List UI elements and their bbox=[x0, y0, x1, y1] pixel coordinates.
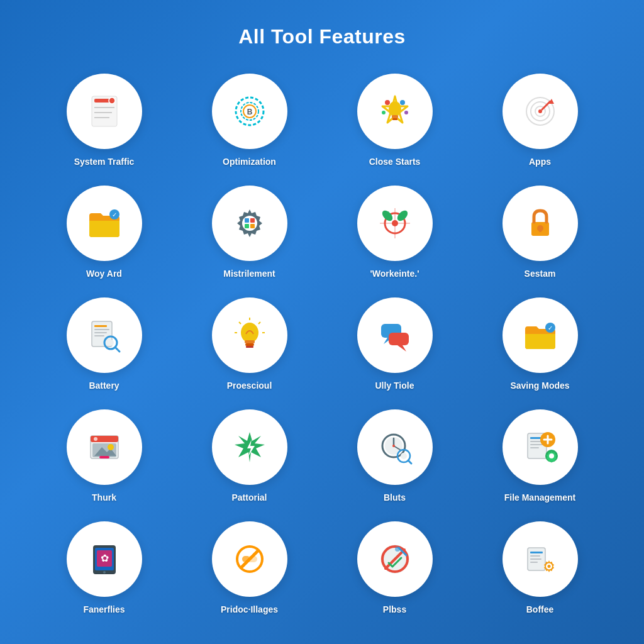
feature-ully-tiole[interactable]: Ully Tiole bbox=[328, 297, 461, 391]
svg-rect-1 bbox=[94, 99, 109, 103]
icon-circle-saving-modes: ✓ bbox=[502, 297, 578, 373]
feature-close-starts[interactable]: Close Starts bbox=[328, 74, 461, 167]
svg-line-47 bbox=[115, 347, 119, 352]
ully-tiole-icon bbox=[375, 315, 415, 355]
svg-point-93 bbox=[103, 571, 106, 574]
icon-circle-proescioul bbox=[212, 297, 287, 373]
battery-icon bbox=[84, 315, 125, 355]
workeinte-icon bbox=[375, 203, 415, 243]
svg-rect-45 bbox=[94, 335, 104, 336]
svg-point-69 bbox=[108, 444, 114, 450]
svg-point-2 bbox=[109, 97, 115, 104]
feature-label-pattorial: Pattorial bbox=[231, 492, 267, 502]
feature-battery[interactable]: Battery bbox=[38, 297, 170, 391]
pridoc-illages-icon bbox=[230, 539, 270, 579]
feature-fanerflies[interactable]: ✿ Fanerflies bbox=[38, 521, 170, 614]
feature-label-battery: Battery bbox=[89, 380, 119, 391]
icon-circle-apps bbox=[502, 74, 578, 149]
feature-proescioul[interactable]: Proescioul bbox=[183, 297, 316, 391]
feature-saving-modes[interactable]: ✓ Saving Modes bbox=[474, 297, 606, 391]
feature-pridoc-illages[interactable]: Pridoc·Illages bbox=[183, 521, 316, 614]
pattorial-icon bbox=[230, 427, 270, 467]
feature-workeinte[interactable]: 'Workeinte.' bbox=[328, 186, 461, 279]
svg-rect-85 bbox=[530, 447, 539, 448]
svg-point-16 bbox=[400, 100, 405, 105]
feature-thurk[interactable]: Thurk bbox=[38, 409, 170, 502]
feature-label-mistrilement: Mistrilement bbox=[223, 269, 275, 279]
svg-rect-44 bbox=[94, 332, 107, 333]
icon-circle-sestam bbox=[502, 186, 578, 261]
svg-point-18 bbox=[404, 111, 408, 114]
feature-system-traffic[interactable]: System Traffic bbox=[38, 74, 170, 167]
feature-label-pridoc-illages: Pridoc·Illages bbox=[221, 604, 278, 614]
icon-circle-mistrilement bbox=[212, 186, 287, 261]
feature-label-close-starts: Close Starts bbox=[369, 157, 421, 167]
feature-boffee[interactable]: Boffee bbox=[474, 521, 606, 614]
icon-circle-way-ard: ✓ bbox=[67, 186, 142, 261]
svg-text:✿: ✿ bbox=[100, 553, 108, 564]
svg-point-66 bbox=[94, 437, 97, 441]
feature-label-thurk: Thurk bbox=[92, 492, 116, 502]
svg-rect-110 bbox=[530, 562, 538, 563]
feature-label-boffee: Boffee bbox=[526, 604, 554, 614]
icon-circle-pattorial bbox=[212, 409, 287, 485]
feature-pattorial[interactable]: Pattorial bbox=[183, 409, 316, 502]
svg-rect-107 bbox=[530, 552, 543, 553]
svg-rect-100 bbox=[242, 556, 250, 562]
feature-way-ard[interactable]: ✓ Woy Ard bbox=[38, 186, 170, 279]
svg-rect-60 bbox=[389, 333, 409, 345]
svg-point-17 bbox=[382, 111, 386, 114]
svg-point-48 bbox=[108, 340, 114, 346]
svg-rect-83 bbox=[530, 441, 541, 442]
svg-rect-108 bbox=[530, 555, 540, 557]
icon-circle-close-starts bbox=[357, 74, 433, 149]
system-traffic-icon bbox=[84, 91, 125, 131]
svg-line-56 bbox=[239, 322, 241, 324]
feature-file-management[interactable]: File Management bbox=[474, 409, 606, 502]
svg-line-79 bbox=[408, 460, 411, 464]
feature-plbss[interactable]: Plbss bbox=[328, 521, 461, 614]
svg-rect-109 bbox=[530, 558, 541, 560]
feature-sestam[interactable]: Sestam bbox=[474, 186, 606, 279]
icon-circle-file-management bbox=[502, 409, 578, 485]
feature-label-apps: Apps bbox=[529, 157, 551, 167]
icon-circle-pridoc-illages bbox=[212, 521, 287, 597]
icon-circle-ully-tiole bbox=[357, 297, 433, 373]
svg-text:✓: ✓ bbox=[112, 211, 117, 218]
icon-circle-plbss bbox=[357, 521, 433, 597]
svg-rect-50 bbox=[245, 340, 255, 343]
way-ard-icon: ✓ bbox=[84, 203, 125, 243]
svg-point-15 bbox=[385, 100, 390, 105]
svg-rect-70 bbox=[99, 456, 109, 458]
mistrilement-icon bbox=[230, 203, 270, 243]
feature-optimization[interactable]: B Optimization bbox=[183, 74, 316, 167]
svg-rect-30 bbox=[245, 224, 249, 228]
icon-circle-system-traffic bbox=[67, 74, 142, 149]
fanerflies-icon: ✿ bbox=[84, 539, 125, 579]
thurk-icon bbox=[84, 427, 125, 467]
optimization-icon: B bbox=[230, 91, 270, 131]
feature-label-bluts: Bluts bbox=[384, 492, 406, 502]
saving-modes-icon: ✓ bbox=[520, 315, 560, 355]
feature-label-file-management: File Management bbox=[504, 492, 576, 502]
apps-icon bbox=[520, 91, 560, 131]
feature-label-plbss: Plbss bbox=[383, 604, 406, 614]
feature-label-proescioul: Proescioul bbox=[227, 380, 272, 391]
svg-rect-42 bbox=[94, 325, 107, 327]
svg-line-54 bbox=[258, 322, 260, 324]
svg-point-34 bbox=[380, 209, 394, 223]
feature-label-fanerflies: Fanerflies bbox=[83, 604, 125, 614]
icon-circle-optimization: B bbox=[212, 74, 287, 149]
feature-bluts[interactable]: Bluts bbox=[328, 409, 461, 502]
feature-label-workeinte: 'Workeinte.' bbox=[370, 269, 419, 279]
feature-label-system-traffic: System Traffic bbox=[74, 157, 135, 167]
svg-rect-84 bbox=[530, 444, 543, 445]
svg-point-112 bbox=[547, 565, 550, 568]
svg-point-105 bbox=[395, 547, 400, 552]
feature-apps[interactable]: Apps bbox=[474, 74, 606, 167]
bluts-icon bbox=[375, 427, 415, 467]
plbss-icon bbox=[375, 539, 415, 579]
svg-rect-29 bbox=[250, 218, 255, 223]
svg-point-49 bbox=[241, 323, 258, 343]
feature-mistrilement[interactable]: Mistrilement bbox=[183, 186, 316, 279]
